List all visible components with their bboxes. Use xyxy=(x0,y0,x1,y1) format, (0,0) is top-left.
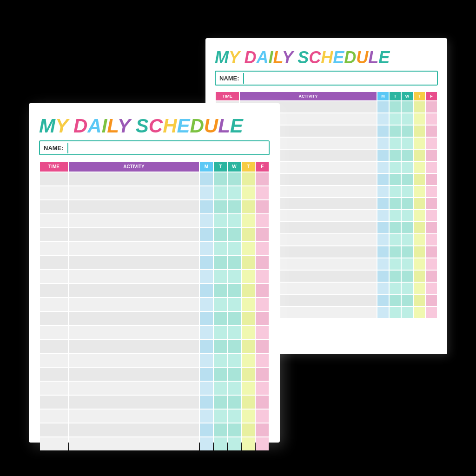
front-cell-w xyxy=(228,298,241,311)
front-cell-t2 xyxy=(242,298,255,311)
front-cell-f xyxy=(256,214,269,227)
back-cell-t2 xyxy=(414,101,425,112)
front-cell-w xyxy=(228,172,241,185)
front-cell-time xyxy=(40,396,68,409)
back-cell-w xyxy=(402,138,413,149)
front-table-row xyxy=(40,284,269,297)
front-cell-activity xyxy=(69,410,199,423)
front-cell-t xyxy=(214,270,227,283)
back-cell-t2 xyxy=(414,126,425,137)
front-cell-m xyxy=(200,312,213,325)
front-table-row xyxy=(40,228,269,241)
front-table-row xyxy=(40,410,269,423)
front-cell-f xyxy=(256,340,269,353)
back-cell-t2 xyxy=(414,113,425,125)
back-name-input[interactable] xyxy=(244,72,437,85)
back-cell-m xyxy=(377,101,389,112)
front-cell-time xyxy=(40,423,68,436)
back-th-activity: ACTIVITY xyxy=(240,92,377,100)
front-name-label: NAME: xyxy=(40,143,68,153)
back-cell-w xyxy=(402,295,413,306)
front-table-row xyxy=(40,326,269,339)
back-cell-t xyxy=(390,307,401,318)
back-cell-t xyxy=(390,283,401,294)
front-cell-t2 xyxy=(242,382,255,395)
back-cell-w xyxy=(402,222,413,233)
front-cell-w xyxy=(228,228,241,241)
front-cell-w xyxy=(228,256,241,269)
front-cell-activity xyxy=(69,284,199,297)
front-cell-time xyxy=(40,410,68,423)
front-cell-f xyxy=(256,228,269,241)
front-cell-activity xyxy=(69,242,199,255)
front-cell-activity xyxy=(69,228,199,241)
back-cell-f xyxy=(426,234,437,245)
front-cell-activity xyxy=(69,172,199,185)
back-cell-t2 xyxy=(414,271,425,282)
back-cell-t xyxy=(390,162,401,173)
front-card: MY DAILY SCHEDULE NAME: TIME ACTIVITY M … xyxy=(29,103,280,443)
front-cell-t xyxy=(214,242,227,255)
back-cell-f xyxy=(426,307,437,318)
front-table-row xyxy=(40,312,269,325)
back-cell-f xyxy=(426,101,437,112)
front-cell-f xyxy=(256,354,269,367)
back-cell-m xyxy=(377,210,389,221)
front-table-row xyxy=(40,423,269,436)
front-th-t: T xyxy=(214,162,227,172)
front-cell-time xyxy=(40,172,68,185)
front-cell-m xyxy=(200,256,213,269)
front-cell-t2 xyxy=(242,340,255,353)
front-cell-m xyxy=(200,340,213,353)
front-cell-f xyxy=(256,186,269,199)
front-cell-f xyxy=(256,423,269,436)
back-cell-t xyxy=(390,210,401,221)
front-cell-w xyxy=(228,368,241,381)
front-cell-m xyxy=(200,186,213,199)
back-cell-f xyxy=(426,283,437,294)
front-cell-t2 xyxy=(242,423,255,436)
back-cell-f xyxy=(426,198,437,209)
back-cell-t2 xyxy=(414,138,425,149)
front-cell-activity xyxy=(69,256,199,269)
front-cell-w xyxy=(228,340,241,353)
front-cell-t2 xyxy=(242,228,255,241)
front-cell-f xyxy=(256,284,269,297)
front-cell-time xyxy=(40,340,68,353)
front-cell-w xyxy=(228,396,241,409)
front-cell-t2 xyxy=(242,410,255,423)
front-card-title: MY DAILY SCHEDULE xyxy=(39,116,270,136)
back-cell-t2 xyxy=(414,295,425,306)
front-cell-m xyxy=(200,270,213,283)
back-cell-f xyxy=(426,126,437,137)
front-name-input[interactable] xyxy=(68,141,269,154)
front-cell-activity xyxy=(69,326,199,339)
front-cell-activity xyxy=(69,214,199,227)
front-cell-t xyxy=(214,298,227,311)
front-cell-t xyxy=(214,354,227,367)
back-cell-w xyxy=(402,234,413,245)
front-cell-f xyxy=(256,242,269,255)
back-cell-f xyxy=(426,162,437,173)
front-cell-m xyxy=(200,368,213,381)
back-cell-t2 xyxy=(414,283,425,294)
front-cell-m xyxy=(200,326,213,339)
scene: MY DAILY SCHEDULE NAME: TIME ACTIVITY M … xyxy=(29,29,447,447)
back-cell-f xyxy=(426,174,437,185)
front-cell-t2 xyxy=(242,312,255,325)
back-cell-t xyxy=(390,234,401,245)
front-cell-time xyxy=(40,200,68,213)
front-cell-f xyxy=(256,312,269,325)
front-cell-m xyxy=(200,172,213,185)
back-cell-w xyxy=(402,126,413,137)
front-cell-m xyxy=(200,410,213,423)
back-cell-w xyxy=(402,198,413,209)
front-cell-w xyxy=(228,242,241,255)
front-cell-time xyxy=(40,298,68,311)
back-cell-t2 xyxy=(414,162,425,173)
front-cell-t xyxy=(214,214,227,227)
front-cell-w xyxy=(228,284,241,297)
back-cell-m xyxy=(377,307,389,318)
front-th-activity: ACTIVITY xyxy=(69,162,199,172)
back-cell-w xyxy=(402,246,413,258)
